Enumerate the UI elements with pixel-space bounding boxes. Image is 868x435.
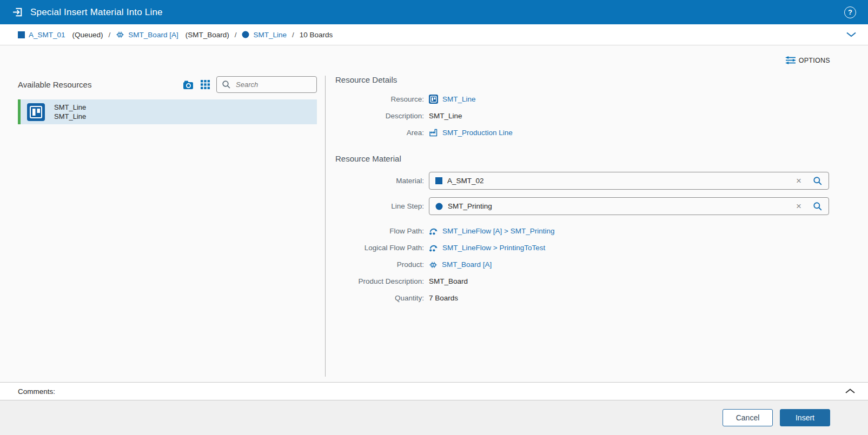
cancel-button[interactable]: Cancel: [723, 409, 773, 426]
breadcrumb-quantity: 10 Boards: [300, 31, 333, 39]
area-link[interactable]: SMT_Production Line: [429, 128, 513, 137]
resource-tile-icon: [429, 95, 438, 104]
area-label: Area:: [335, 129, 429, 137]
resource-material-title: Resource Material: [335, 154, 829, 163]
line-step-label: Line Step:: [335, 202, 429, 210]
product-row: Product: SMT_Board [A]: [335, 256, 829, 273]
grid-view-icon[interactable]: [201, 80, 210, 89]
available-resources-title: Available Resources: [18, 80, 91, 89]
description-value: SMT_Line: [429, 112, 462, 120]
flow-arrow-icon: [429, 244, 438, 252]
product-label: Product:: [335, 260, 429, 269]
product-link[interactable]: SMT_Board [A]: [429, 260, 492, 269]
page-title: Special Insert Material Into Line: [30, 7, 163, 18]
flow-path-label: Flow Path:: [335, 227, 429, 235]
material-label: Material:: [335, 177, 429, 185]
main-content: OPTIONS Available Resources: [0, 45, 868, 382]
product-description-label: Product Description:: [335, 277, 429, 285]
breadcrumb-separator: /: [235, 31, 237, 39]
available-resources-header: Available Resources: [18, 76, 317, 93]
logical-flow-path-value: SMT_LineFlow > PrintingToTest: [442, 244, 545, 252]
line-step-row: Line Step: SMT_Printing ×: [335, 197, 829, 215]
resource-search-box: [216, 76, 317, 93]
breadcrumb-product-link[interactable]: SMT_Board [A]: [128, 31, 178, 39]
chip-icon: [429, 260, 438, 269]
breadcrumb-resource-link[interactable]: SMT_Line: [253, 31, 287, 39]
factory-icon: [429, 128, 438, 137]
breadcrumb-expand-chevron-down-icon[interactable]: [846, 32, 856, 37]
material-value: A_SMT_02: [447, 177, 484, 185]
flow-path-row: Flow Path: SMT_LineFlow [A] > SMT_Printi…: [335, 223, 829, 239]
comments-chevron-up-icon[interactable]: [845, 389, 855, 394]
product-description-row: Product Description: SMT_Board: [335, 273, 829, 290]
line-step-clear-x-icon[interactable]: ×: [793, 202, 805, 211]
material-row: Material: A_SMT_02 ×: [335, 172, 829, 190]
resource-item-description: SMT_Line: [54, 112, 86, 121]
quantity-value: 7 Boards: [429, 294, 458, 302]
line-step-search-icon[interactable]: [813, 202, 823, 211]
insert-arrow-icon: [12, 6, 23, 18]
product-description-value: SMT_Board: [429, 277, 468, 285]
breadcrumb-resource: SMT_Line: [242, 31, 287, 39]
material-square-icon: [435, 177, 442, 184]
resource-link[interactable]: SMT_Line: [429, 95, 476, 104]
breadcrumb-separator: /: [109, 31, 111, 39]
options-label: OPTIONS: [799, 57, 830, 64]
resource-item-name: SMT_Line: [54, 103, 86, 112]
material-field[interactable]: A_SMT_02 ×: [429, 172, 829, 190]
material-clear-x-icon[interactable]: ×: [793, 176, 805, 185]
help-icon[interactable]: ?: [844, 6, 856, 18]
resource-tile-icon: [27, 103, 45, 121]
area-value: SMT_Production Line: [442, 129, 513, 137]
filter-lines-icon: [785, 56, 796, 65]
resource-search-input[interactable]: [235, 80, 312, 89]
resource-list: SMT_Line SMT_Line: [18, 99, 317, 124]
resource-label: Resource:: [335, 95, 429, 103]
resource-item-text: SMT_Line SMT_Line: [54, 103, 86, 121]
resource-details-title: Resource Details: [335, 75, 829, 84]
available-resources-panel: Available Resources: [18, 76, 317, 124]
area-row: Area: SMT_Production Line: [335, 124, 829, 141]
insert-button[interactable]: Insert: [780, 409, 830, 426]
breadcrumb-order-status: (Queued): [72, 31, 103, 39]
comments-label: Comments:: [18, 387, 55, 396]
breadcrumb-separator: /: [292, 31, 294, 39]
step-circle-icon: [242, 31, 249, 38]
special-insert-dialog: Special Insert Material Into Line ? A_SM…: [0, 0, 868, 435]
breadcrumb-product: SMT_Board [A] (SMT_Board): [116, 30, 229, 39]
camera-icon[interactable]: [183, 80, 194, 90]
step-circle-icon: [435, 203, 443, 210]
line-step-value: SMT_Printing: [448, 202, 492, 210]
product-value: SMT_Board [A]: [442, 260, 492, 269]
breadcrumb-product-description: (SMT_Board): [185, 31, 229, 39]
details-panel: Resource Details Resource: SMT_Line: [335, 75, 829, 306]
breadcrumb-order-link[interactable]: A_SMT_01: [29, 31, 65, 39]
search-icon: [222, 80, 231, 89]
quantity-label: Quantity:: [335, 294, 429, 302]
footer-bar: Cancel Insert: [0, 400, 868, 435]
flow-path-value: SMT_LineFlow [A] > SMT_Printing: [442, 227, 554, 235]
description-row: Description: SMT_Line: [335, 108, 829, 124]
order-square-icon: [18, 31, 25, 38]
breadcrumb-order: A_SMT_01 (Queued): [18, 31, 103, 39]
material-search-icon[interactable]: [813, 176, 823, 186]
flow-path-link[interactable]: SMT_LineFlow [A] > SMT_Printing: [429, 227, 554, 235]
logical-flow-path-link[interactable]: SMT_LineFlow > PrintingToTest: [429, 244, 545, 252]
resource-row: Resource: SMT_Line: [335, 91, 829, 108]
logical-flow-path-label: Logical Flow Path:: [335, 244, 429, 252]
breadcrumb: A_SMT_01 (Queued) / SMT_Board [A] (SMT_B…: [0, 24, 868, 45]
comments-bar: Comments:: [0, 382, 868, 400]
chip-icon: [116, 30, 124, 39]
line-step-field[interactable]: SMT_Printing ×: [429, 197, 829, 215]
resource-list-item[interactable]: SMT_Line SMT_Line: [18, 99, 317, 124]
options-button[interactable]: OPTIONS: [785, 56, 830, 65]
resource-value: SMT_Line: [442, 95, 476, 103]
logical-flow-path-row: Logical Flow Path: SMT_LineFlow > Printi…: [335, 239, 829, 256]
description-label: Description:: [335, 112, 429, 120]
flow-arrow-icon: [429, 227, 438, 235]
panel-divider: [325, 76, 326, 377]
quantity-row: Quantity: 7 Boards: [335, 290, 829, 306]
title-bar: Special Insert Material Into Line ?: [0, 0, 868, 24]
